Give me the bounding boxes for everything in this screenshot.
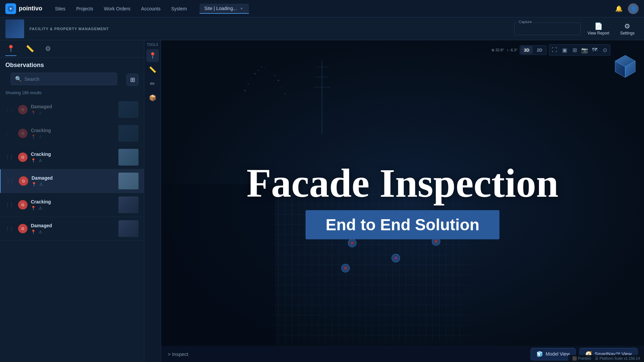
location-icon: 📍 xyxy=(31,111,36,115)
warning-icon: ⚠ xyxy=(39,182,43,187)
logo[interactable]: pointivo xyxy=(5,3,42,14)
observation-name: Cracking xyxy=(31,152,115,157)
logo-text: pointivo xyxy=(19,5,42,12)
list-item[interactable]: ⋮⋮ ⊙ Cracking 📍 ⚠ xyxy=(0,145,144,169)
tab-settings[interactable]: ⚙ xyxy=(44,42,52,56)
sub-header: FACILITY & PROPERTY MANAGEMENT Capture 📄… xyxy=(0,17,644,40)
location-icon: 📍 xyxy=(31,158,36,163)
split-view-icon[interactable]: ▣ xyxy=(560,45,569,55)
tool-box-button[interactable]: 📦 xyxy=(146,92,159,104)
observation-status-icon: ⊙ xyxy=(19,176,28,186)
svg-point-2 xyxy=(10,8,11,9)
user-avatar[interactable]: 👤 xyxy=(628,3,639,14)
target-icon[interactable]: ⊙ xyxy=(600,45,609,55)
left-panel-tabs: 📍 📏 ⚙ xyxy=(0,40,144,58)
search-bar: 🔍 xyxy=(11,73,117,85)
observation-thumbnail xyxy=(118,196,139,213)
drag-handle-icon: ⋮⋮ xyxy=(5,107,13,112)
observation-status-icon: ⊙ xyxy=(18,105,28,114)
settings-label: Settings xyxy=(620,31,635,36)
observations-list: ⋮⋮ ⊙ Damaged 📍 ⚠ ⋮⋮ ⊙ Cracking xyxy=(0,98,144,362)
tools-label: Tools xyxy=(147,43,158,47)
platform-label: ☰ Platform Suite v1.156.14 xyxy=(595,356,640,361)
observation-meta: 📍 ⚠ xyxy=(31,230,115,234)
model-view-icon: 🧊 xyxy=(536,351,543,357)
settings-gear-icon: ⚙ xyxy=(624,22,630,30)
3d-view-button[interactable]: 3D xyxy=(521,46,533,54)
list-item[interactable]: ⋮⋮ ⊙ Cracking 📍 ⚠ xyxy=(0,193,144,217)
capture-field-label: Capture xyxy=(517,20,533,24)
grid-icon[interactable]: ⊞ xyxy=(570,45,579,55)
list-item[interactable]: ⋮⋮ ⊙ Damaged 📍 ⚠ xyxy=(0,169,144,193)
main-layout: 📍 📏 ⚙ Observations 🔍 ⊞ Showing 186 resul… xyxy=(0,40,644,362)
svg-point-76 xyxy=(344,266,347,270)
footer: ⬛ Pointivo ☰ Platform Suite v1.156.14 xyxy=(568,355,644,362)
location-icon: 📍 xyxy=(31,134,36,139)
site-tab[interactable]: Site | Loading... × xyxy=(200,4,249,14)
view-report-icon: 📄 xyxy=(594,22,603,30)
tool-location-button[interactable]: 📍 xyxy=(146,49,159,62)
tab-measurements[interactable]: 📏 xyxy=(24,42,36,56)
tool-draw-button[interactable]: ✏ xyxy=(146,77,159,90)
view-report-button[interactable]: 📄 View Report xyxy=(583,20,613,38)
notification-bell-icon[interactable]: 🔔 xyxy=(615,5,623,12)
tool-measure-button[interactable]: 📏 xyxy=(146,63,159,76)
facility-label: FACILITY & PROPERTY MANAGEMENT xyxy=(30,27,109,31)
nav-accounts[interactable]: Accounts xyxy=(137,4,165,13)
svg-point-18 xyxy=(244,90,246,91)
nav-sites[interactable]: Sites xyxy=(50,4,70,13)
drag-handle-icon: ⋮⋮ xyxy=(5,202,13,207)
nav-right-section: 🔔 👤 xyxy=(615,3,639,14)
observation-thumbnail xyxy=(118,101,139,118)
svg-point-10 xyxy=(258,70,259,71)
svg-point-70 xyxy=(411,220,414,223)
svg-rect-77 xyxy=(161,184,275,362)
drag-handle-icon: ⋮⋮ xyxy=(5,131,13,136)
svg-point-17 xyxy=(281,87,282,87)
drag-handle-icon: ⋮⋮ xyxy=(6,179,14,183)
list-item[interactable]: ⋮⋮ ⊙ Cracking 📍 ⚠ xyxy=(0,122,144,145)
warning-icon: ⚠ xyxy=(39,134,42,139)
list-item[interactable]: ⋮⋮ ⊙ Damaged 📍 ⚠ xyxy=(0,98,144,122)
observation-meta: 📍 ⚠ xyxy=(31,111,115,115)
observation-name: Damaged xyxy=(31,223,115,228)
observation-status-icon: ⊙ xyxy=(18,129,28,138)
tab-observations[interactable]: 📍 xyxy=(5,42,16,56)
list-item[interactable]: ⋮⋮ ⊙ Damaged 📍 ⚠ xyxy=(0,217,144,241)
2d-view-button[interactable]: 2D xyxy=(533,46,546,54)
svg-point-11 xyxy=(268,72,269,72)
coord-y: ↕ -6.3° xyxy=(507,48,518,52)
warning-icon: ⚠ xyxy=(39,111,42,115)
search-input[interactable] xyxy=(24,76,113,82)
logo-icon xyxy=(5,3,16,14)
location-icon: 📍 xyxy=(31,206,36,210)
observation-info: Damaged 📍 ⚠ xyxy=(32,175,115,187)
results-count: Showing 186 results xyxy=(0,90,144,98)
observation-status-icon: ⊙ xyxy=(18,153,28,162)
svg-point-16 xyxy=(248,83,249,84)
nav-projects[interactable]: Projects xyxy=(71,4,98,13)
observation-status-icon: ⊙ xyxy=(18,200,28,209)
capture-input-field[interactable] xyxy=(517,24,578,34)
drag-handle-icon: ⋮⋮ xyxy=(5,155,13,160)
tab-close-button[interactable]: × xyxy=(239,6,244,11)
inspect-label: > Inspect xyxy=(168,351,188,357)
add-observation-button[interactable]: ⊞ xyxy=(126,74,139,86)
observation-name: Damaged xyxy=(31,104,115,109)
fullscreen-icon[interactable]: ⛶ xyxy=(550,45,559,55)
nav-system[interactable]: System xyxy=(166,4,192,13)
location-icon: 📍 xyxy=(31,230,36,234)
settings-button[interactable]: ⚙ Settings xyxy=(616,20,639,38)
svg-point-9 xyxy=(265,68,265,69)
tab-label: Site | Loading... xyxy=(204,6,237,11)
camera-icon[interactable]: 📷 xyxy=(580,45,589,55)
observation-thumbnail xyxy=(118,125,139,142)
observation-info: Cracking 📍 ⚠ xyxy=(31,152,115,163)
facility-thumbnail xyxy=(5,19,24,38)
left-panel: 📍 📏 ⚙ Observations 🔍 ⊞ Showing 186 resul… xyxy=(0,40,144,362)
observation-meta: 📍 ⚠ xyxy=(32,182,115,187)
warning-icon: ⚠ xyxy=(39,158,42,163)
nav-workorders[interactable]: Work Orders xyxy=(99,4,135,13)
capture-section: Capture 📄 View Report ⚙ Settings xyxy=(514,20,639,38)
map-icon[interactable]: 🗺 xyxy=(590,45,599,55)
